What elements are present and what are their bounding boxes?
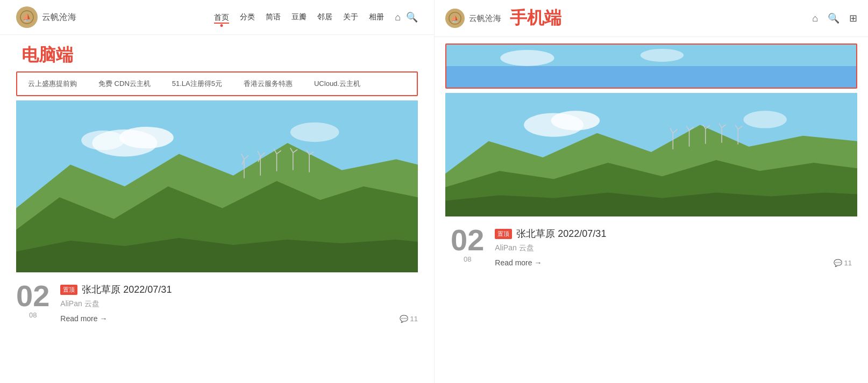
mobile-article-subtitle: AliPan 云盘: [495, 243, 852, 253]
ad-item-4[interactable]: UCloud.云主机: [314, 79, 360, 89]
logo-icon: ⛵: [16, 6, 38, 28]
nav-active-dot: [220, 24, 223, 27]
ad-item-3[interactable]: 香港云服务特惠: [244, 79, 293, 89]
desktop-date-day: 02: [16, 281, 49, 311]
nav-link-douban[interactable]: 豆瓣: [291, 12, 307, 22]
desktop-comment-count: 💬 11: [400, 315, 418, 323]
desktop-comment-number: 11: [410, 315, 418, 323]
nav-item-home[interactable]: 首页: [214, 12, 229, 23]
mobile-search-btn[interactable]: 🔍: [828, 12, 839, 24]
svg-point-4: [119, 127, 174, 148]
home-icon-btn[interactable]: ⌂: [395, 12, 401, 23]
nav-link-neighbor[interactable]: 邻居: [317, 12, 332, 22]
mobile-article-meta: 02 08 置顶 张北草原 2022/07/31 AliPan 云盘 Read …: [435, 216, 868, 276]
desktop-ad-banner: 云上盛惠提前购 免费 CDN云主机 51.LA注册得5元 香港云服务特惠 UCl…: [16, 71, 418, 96]
mobile-logo[interactable]: ⛵ 云帆沧海: [445, 9, 501, 28]
desktop-panel: ⛵ 云帆沧海 首页 分类 简语 豆瓣 邻居 关于 相册 ⌂ 🔍 电脑端 云上盛惠…: [0, 0, 434, 383]
mobile-comment-number: 11: [844, 259, 852, 267]
mobile-article-footer: Read more → 💬 11: [495, 258, 852, 267]
desktop-section-label: 电脑端: [0, 35, 434, 71]
mobile-nav-icons: ⌂ 🔍 ⊞: [812, 12, 857, 24]
desktop-article-meta: 02 08 置顶 张北草原 2022/07/31 AliPan 云盘 Read …: [0, 272, 434, 331]
mobile-article-info: 置顶 张北草原 2022/07/31 AliPan 云盘 Read more →…: [495, 225, 852, 267]
mobile-date-block: 02 08: [451, 225, 484, 263]
desktop-read-more[interactable]: Read more →: [60, 314, 107, 323]
ad-item-0[interactable]: 云上盛惠提前购: [28, 79, 77, 89]
svg-point-36: [551, 111, 600, 130]
svg-text:⛵: ⛵: [23, 13, 32, 22]
ad-item-1[interactable]: 免费 CDN云主机: [98, 79, 151, 89]
svg-marker-9: [16, 238, 418, 272]
mobile-header: ⛵ 云帆沧海 手机端 ⌂ 🔍 ⊞: [435, 0, 868, 37]
desktop-comment-icon: 💬: [400, 315, 408, 323]
nav-link-home[interactable]: 首页: [214, 13, 229, 24]
svg-point-31: [500, 50, 554, 66]
desktop-pinned-badge: 置顶: [60, 285, 77, 295]
desktop-article-info: 置顶 张北草原 2022/07/31 AliPan 云盘 Read more →…: [60, 281, 418, 323]
mobile-grid-btn[interactable]: ⊞: [849, 12, 857, 24]
mobile-logo-icon: ⛵: [445, 9, 465, 28]
desktop-article-image: [16, 100, 418, 272]
desktop-logo[interactable]: ⛵ 云帆沧海: [16, 6, 76, 28]
mobile-comment-count: 💬 11: [834, 259, 852, 267]
desktop-nav: 首页 分类 简语 豆瓣 邻居 关于 相册 ⌂ 🔍: [214, 11, 418, 23]
desktop-date-month: 08: [29, 311, 37, 319]
svg-point-5: [81, 131, 125, 150]
mobile-article-image: [445, 93, 857, 216]
desktop-article-footer: Read more → 💬 11: [60, 314, 418, 323]
search-icon-btn[interactable]: 🔍: [406, 11, 418, 23]
mobile-home-btn[interactable]: ⌂: [812, 13, 818, 24]
desktop-nav-icons: ⌂ 🔍: [395, 11, 418, 23]
svg-point-6: [290, 122, 339, 142]
desktop-article-subtitle: AliPan 云盘: [60, 299, 418, 309]
desktop-date-block: 02 08: [16, 281, 49, 319]
mobile-article-title: 张北草原 2022/07/31: [516, 227, 606, 240]
mobile-comment-icon: 💬: [834, 259, 842, 267]
mobile-section-label: 手机端: [510, 6, 561, 30]
mobile-ad-image: [446, 45, 856, 88]
mobile-title-row: 置顶 张北草原 2022/07/31: [495, 227, 852, 240]
desktop-title-row: 置顶 张北草原 2022/07/31: [60, 283, 418, 296]
nav-link-gallery[interactable]: 相册: [369, 12, 384, 22]
mobile-site-name: 云帆沧海: [469, 13, 501, 24]
mobile-date-day: 02: [451, 225, 484, 255]
desktop-site-name: 云帆沧海: [42, 12, 76, 23]
ad-item-2[interactable]: 51.LA注册得5元: [172, 79, 222, 89]
svg-rect-33: [446, 66, 856, 88]
mobile-read-more[interactable]: Read more →: [495, 258, 542, 267]
mobile-pinned-badge: 置顶: [495, 229, 512, 239]
nav-link-about[interactable]: 关于: [343, 12, 358, 22]
mobile-date-month: 08: [464, 255, 471, 263]
nav-link-brief[interactable]: 简语: [266, 12, 281, 22]
svg-point-37: [743, 111, 787, 128]
svg-text:⛵: ⛵: [451, 15, 459, 23]
mobile-ad-banner: [445, 44, 857, 89]
svg-point-32: [641, 49, 684, 62]
mobile-panel: ⛵ 云帆沧海 手机端 ⌂ 🔍 ⊞: [434, 0, 868, 383]
nav-link-categories[interactable]: 分类: [240, 12, 255, 22]
desktop-header: ⛵ 云帆沧海 首页 分类 简语 豆瓣 邻居 关于 相册 ⌂ 🔍: [0, 0, 434, 35]
desktop-article-title: 张北草原 2022/07/31: [82, 283, 172, 296]
